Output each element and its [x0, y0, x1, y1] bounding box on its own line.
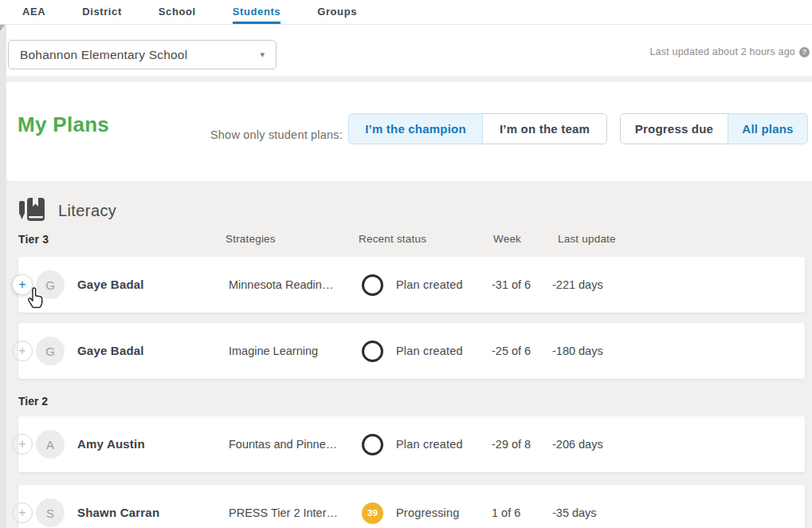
- plans-scope-toggle: Progress due All plans: [620, 113, 808, 144]
- school-select-dropdown[interactable]: Bohannon Elementary School ▾: [8, 40, 277, 69]
- status-label: Plan created: [396, 278, 463, 291]
- student-name: Amy Austin: [77, 416, 145, 472]
- literacy-header: Literacy: [18, 196, 116, 225]
- help-icon[interactable]: ?: [799, 47, 810, 57]
- week-value: -31 of 6: [492, 257, 531, 313]
- filter-all-plans-button[interactable]: All plans: [728, 113, 808, 144]
- tier3-group-label: Tier 3: [18, 233, 49, 246]
- strategy-name: PRESS Tier 2 Inter…: [229, 485, 356, 528]
- col-last-update: Last update: [558, 233, 616, 245]
- strategy-name: Minnesota Readin…: [229, 257, 356, 313]
- add-plan-button[interactable]: +: [12, 502, 33, 523]
- last-update-value: -206 days: [552, 416, 603, 472]
- student-name: Shawn Carran: [77, 485, 159, 528]
- school-selector-bar: Bohannon Elementary School ▾ Last update…: [6, 25, 812, 76]
- filter-champion-button[interactable]: I’m the champion: [348, 113, 483, 144]
- avatar: A: [36, 430, 65, 459]
- student-name: Gaye Badal: [77, 323, 144, 379]
- strategy-name: Fountas and Pinne…: [229, 416, 356, 472]
- plan-row[interactable]: G Gaye Badal Minnesota Readin… Plan crea…: [18, 257, 805, 313]
- tab-district[interactable]: District: [82, 6, 122, 24]
- plan-created-status-icon: [362, 434, 383, 455]
- status-label: Plan created: [396, 438, 463, 451]
- tab-groups[interactable]: Groups: [317, 6, 357, 24]
- my-plans-section: My Plans Show only student plans: I’m th…: [6, 82, 812, 181]
- status-label: Progressing: [396, 506, 460, 519]
- student-name: Gaye Badal: [77, 257, 144, 313]
- last-updated-text: Last updated about 2 hours ago: [649, 46, 795, 57]
- last-update-value: -221 days: [552, 257, 603, 313]
- add-plan-button[interactable]: +: [12, 434, 33, 455]
- champion-team-toggle: I’m the champion I’m on the team: [348, 113, 607, 144]
- last-updated: Last updated about 2 hours ago ?: [649, 46, 810, 57]
- filter-progress-due-button[interactable]: Progress due: [620, 113, 728, 144]
- plan-row[interactable]: S Shawn Carran PRESS Tier 2 Inter… 39 Pr…: [18, 485, 805, 528]
- strategy-name: Imagine Learning: [229, 323, 356, 379]
- filter-label: Show only student plans:: [134, 128, 343, 141]
- week-value: -29 of 8: [492, 416, 531, 472]
- progressing-score-badge: 39: [362, 502, 383, 524]
- last-update-value: -35 days: [552, 485, 597, 528]
- page-content: Bohannon Elementary School ▾ Last update…: [6, 25, 812, 528]
- week-value: -25 of 6: [492, 323, 531, 379]
- tab-aea[interactable]: AEA: [22, 6, 45, 24]
- add-plan-button[interactable]: +: [12, 274, 33, 295]
- top-nav: AEA District School Students Groups: [0, 0, 812, 25]
- status-label: Plan created: [396, 345, 463, 357]
- col-recent-status: Recent status: [359, 233, 426, 245]
- filter-team-button[interactable]: I’m on the team: [482, 113, 607, 144]
- week-value: 1 of 6: [492, 485, 520, 528]
- page-edge-strip: [0, 25, 6, 528]
- school-select-value: Bohannon Elementary School: [20, 48, 260, 62]
- plan-created-status-icon: [362, 341, 383, 362]
- add-plan-button[interactable]: +: [12, 341, 33, 361]
- col-strategies: Strategies: [226, 233, 276, 245]
- plan-row[interactable]: A Amy Austin Fountas and Pinne… Plan cre…: [18, 416, 805, 472]
- tab-students[interactable]: Students: [233, 6, 280, 24]
- strip-corner-mark: [0, 25, 5, 31]
- book-pencil-icon: [18, 196, 46, 225]
- page-title: My Plans: [18, 112, 109, 137]
- table-column-headers: Tier 3 Strategies Recent status Week Las…: [6, 233, 812, 249]
- plan-row[interactable]: G Gaye Badal Imagine Learning Plan creat…: [18, 323, 805, 379]
- avatar: S: [36, 498, 65, 527]
- plan-created-status-icon: [362, 274, 383, 296]
- tier2-group-label: Tier 2: [18, 395, 48, 408]
- chevron-down-icon: ▾: [260, 49, 265, 60]
- last-update-value: -180 days: [552, 323, 603, 379]
- literacy-section-title: Literacy: [58, 202, 116, 220]
- avatar: G: [36, 270, 65, 299]
- avatar: G: [36, 337, 65, 365]
- tab-school[interactable]: School: [159, 6, 196, 24]
- col-week: Week: [493, 233, 521, 245]
